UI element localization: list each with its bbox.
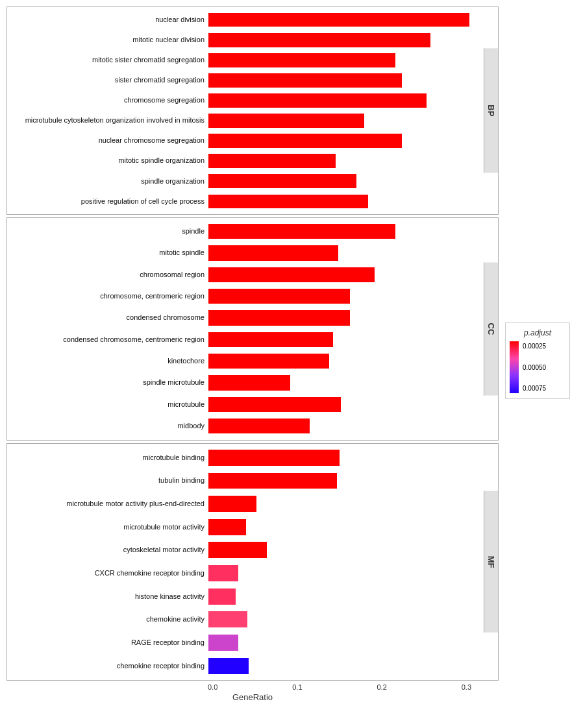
bar xyxy=(208,611,247,627)
cc-bars xyxy=(208,218,477,440)
bar-label: microtubule motor activity plus-end-dire… xyxy=(7,498,205,509)
bar-label: spindle microtubule xyxy=(7,377,205,388)
cc-tag: CC xyxy=(484,262,498,395)
bar-label: condensed chromosome xyxy=(7,312,205,323)
bar-label: CXCR chemokine receptor binding xyxy=(7,568,205,579)
bar-label: chromosomal region xyxy=(7,269,205,280)
bar xyxy=(208,542,267,558)
bar-label: spindle organization xyxy=(7,176,205,187)
bar-label: nuclear division xyxy=(7,14,205,25)
bar-label: nuclear chromosome segregation xyxy=(7,135,205,146)
bar-row xyxy=(208,394,477,415)
bar xyxy=(208,245,338,260)
bar-row xyxy=(208,242,477,263)
bar-row xyxy=(208,131,477,151)
bar xyxy=(208,53,395,67)
bar-label: sister chromatid segregation xyxy=(7,75,205,86)
bar-row xyxy=(208,191,477,212)
x-label-1: 0.1 xyxy=(292,683,302,691)
legend-title: p.adjust xyxy=(510,328,565,337)
bar-label: microtubule binding xyxy=(7,452,205,463)
bar-label: microtubule cytoskeleton organization in… xyxy=(7,115,205,126)
bar-row xyxy=(208,515,477,539)
bar xyxy=(208,310,350,325)
bar-label: RAGE receptor binding xyxy=(7,637,205,648)
bar xyxy=(208,419,310,433)
bar-label: mitotic spindle organization xyxy=(7,155,205,166)
bar xyxy=(208,658,249,674)
bar xyxy=(208,375,290,390)
x-label-3: 0.3 xyxy=(462,683,471,691)
bar xyxy=(208,397,341,412)
x-axis-title: GeneRatio xyxy=(6,692,499,702)
plots-area: nuclear divisionmitotic nuclear division… xyxy=(0,6,499,702)
bar xyxy=(208,174,356,188)
bar-row xyxy=(208,608,477,631)
x-label-2: 0.2 xyxy=(377,683,386,691)
bar-row xyxy=(208,221,477,242)
bar-row xyxy=(208,151,477,171)
bar-row xyxy=(208,171,477,191)
bar xyxy=(208,224,395,239)
bar-row xyxy=(208,307,477,328)
bar-row xyxy=(208,446,477,470)
bar-label: tubulin binding xyxy=(7,475,205,486)
bar-row xyxy=(208,372,477,393)
bar xyxy=(208,154,336,168)
bar xyxy=(208,93,427,108)
bar-label: chemokine activity xyxy=(7,614,205,625)
legend-label-1: 0.00025 xyxy=(523,343,546,350)
bar xyxy=(208,73,402,88)
x-axis-labels: 0.0 0.1 0.2 0.3 xyxy=(6,683,499,691)
bar-row xyxy=(208,50,477,70)
bar-row xyxy=(208,469,477,492)
bar xyxy=(208,519,246,535)
bar xyxy=(208,289,350,304)
bar-row xyxy=(208,285,477,307)
bar-row xyxy=(208,90,477,110)
bar-row xyxy=(208,70,477,90)
cc-labels: spindlemitotic spindlechromosomal region… xyxy=(7,218,208,440)
bar-row xyxy=(208,631,477,655)
bar-row xyxy=(208,110,477,130)
bar-label: mitotic spindle xyxy=(7,247,205,258)
bar-label: midbody xyxy=(7,420,205,431)
bar xyxy=(208,354,329,369)
bar xyxy=(208,134,402,148)
bar-label: mitotic sister chromatid segregation xyxy=(7,55,205,66)
mf-bars-wrapper: MF xyxy=(208,444,498,680)
bar-row xyxy=(208,654,477,677)
bar xyxy=(208,588,236,605)
bar-label: chemokine receptor binding xyxy=(7,661,205,672)
panel-bp: nuclear divisionmitotic nuclear division… xyxy=(6,6,499,215)
bar xyxy=(208,565,238,581)
bar-row xyxy=(208,562,477,585)
mf-labels: microtubule bindingtubulin bindingmicrot… xyxy=(7,444,208,680)
bar xyxy=(208,33,430,47)
bar-label: histone kinase activity xyxy=(7,591,205,602)
bar-label: microtubule motor activity xyxy=(7,522,205,533)
cc-bars-wrapper: CC xyxy=(208,218,498,440)
bar xyxy=(208,195,368,209)
bar-row xyxy=(208,10,477,30)
bar xyxy=(208,635,238,651)
chart-container: nuclear divisionmitotic nuclear division… xyxy=(0,0,583,728)
bar xyxy=(208,13,469,27)
bp-labels: nuclear divisionmitotic nuclear division… xyxy=(7,7,208,214)
panel-mf: microtubule bindingtubulin bindingmicrot… xyxy=(6,443,499,681)
bar xyxy=(208,473,337,489)
bar xyxy=(208,332,333,347)
bar xyxy=(208,450,340,466)
bar-label: chromosome segregation xyxy=(7,95,205,106)
mf-tag: MF xyxy=(484,491,498,633)
mf-bars xyxy=(208,444,477,680)
bar-row xyxy=(208,30,477,50)
bar-row xyxy=(208,539,477,562)
x-label-0: 0.0 xyxy=(208,683,217,691)
bar-row xyxy=(208,264,477,285)
bar-label: condensed chromosome, centromeric region xyxy=(7,334,205,345)
bar-label: microtubule xyxy=(7,399,205,410)
bar-label: kinetochore xyxy=(7,356,205,367)
legend-area: p.adjust 0.00025 0.00050 0.00075 xyxy=(499,6,583,702)
bar-label: mitotic nuclear division xyxy=(7,34,205,45)
